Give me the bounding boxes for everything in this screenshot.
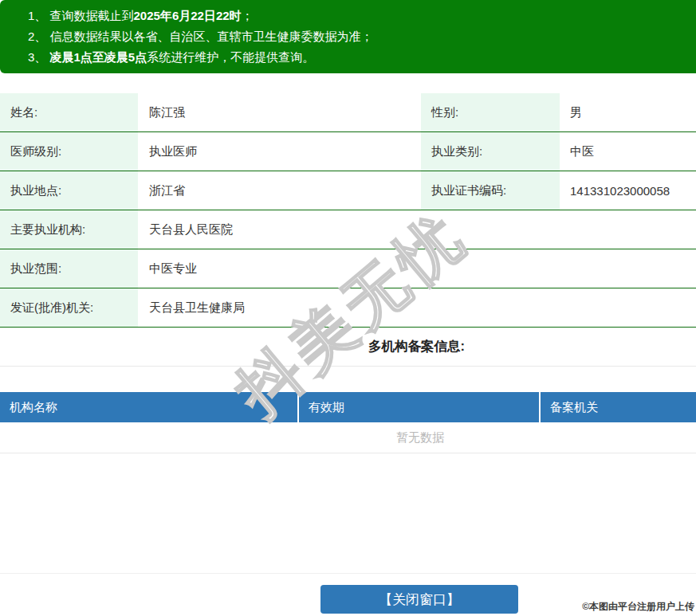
notice-line-3-text: 3、	[28, 50, 50, 64]
notice-line-1-suffix: ；	[242, 9, 254, 22]
info-row-location-certificate: 执业地点: 浙江省 执业证书编码: 141331023000058	[0, 171, 696, 210]
doctor-level-label: 医师级别:	[10, 144, 61, 159]
notice-line-2-text: 2、 信息数据结果以各省、自治区、直辖市卫生健康委数据为准；	[28, 29, 373, 43]
info-row-practice-scope: 执业范围: 中医专业	[0, 249, 696, 288]
doctor-info-table: 姓名: 陈江强 性别: 男 医师级别: 执业医师 执业类别: 中医 执业地点: …	[0, 93, 696, 367]
certificate-number-value: 141331023000058	[570, 171, 670, 210]
info-row-issuing-authority: 发证(批准)机关: 天台县卫生健康局	[0, 288, 696, 328]
name-label-cell: 姓名:	[0, 93, 138, 131]
gender-label: 性别:	[431, 105, 458, 120]
issuing-authority-value: 天台县卫生健康局	[149, 288, 245, 327]
notice-line-3-suffix: 系统进行维护，不能提供查询。	[147, 50, 314, 64]
filing-table-empty-row: 暂无数据	[0, 422, 696, 453]
practice-scope-value: 中医专业	[149, 249, 197, 288]
gender-label-cell: 性别:	[421, 93, 560, 131]
filing-header-validity-period: 有效期	[299, 392, 541, 422]
doctor-level-value: 执业医师	[149, 132, 197, 171]
info-row-level-category: 医师级别: 执业医师 执业类别: 中医	[0, 132, 696, 171]
practice-location-label-cell: 执业地点:	[0, 171, 138, 210]
multi-institution-section-title: 多机构备案信息:	[137, 328, 696, 366]
footer-divider	[0, 573, 696, 574]
practice-location-label: 执业地点:	[10, 183, 61, 198]
practice-category-value: 中医	[570, 132, 594, 171]
main-institution-label: 主要执业机构:	[10, 222, 85, 237]
name-value: 陈江强	[149, 93, 185, 131]
info-row-main-institution: 主要执业机构: 天台县人民医院	[0, 210, 696, 249]
notice-line-3-bold: 凌晨1点至凌晨5点	[50, 50, 147, 64]
notice-banner: 1、 查询数据截止到2025年6月22日22时； 2、 信息数据结果以各省、自治…	[0, 0, 696, 73]
notice-line-3: 3、 凌晨1点至凌晨5点系统进行维护，不能提供查询。	[28, 47, 688, 68]
notice-line-1-text: 1、 查询数据截止到	[28, 9, 134, 22]
main-institution-label-cell: 主要执业机构:	[0, 210, 138, 249]
filing-header-filing-authority: 备案机关	[541, 392, 696, 422]
doctor-query-result-page: 1、 查询数据截止到2025年6月22日22时； 2、 信息数据结果以各省、自治…	[0, 0, 696, 616]
issuing-authority-label: 发证(批准)机关:	[10, 300, 93, 316]
issuing-authority-label-cell: 发证(批准)机关:	[0, 288, 138, 327]
name-label: 姓名:	[10, 105, 37, 120]
practice-category-label-cell: 执业类别:	[421, 132, 560, 171]
doctor-level-label-cell: 医师级别:	[0, 132, 138, 171]
practice-scope-label-cell: 执业范围:	[0, 249, 138, 288]
upload-stamp-text: ©本图由平台注册用户上传	[582, 600, 694, 614]
main-institution-value: 天台县人民医院	[149, 210, 233, 249]
certificate-number-label-cell: 执业证书编码:	[421, 171, 560, 210]
gender-value: 男	[570, 93, 582, 131]
close-window-button[interactable]: 【关闭窗口】	[320, 585, 518, 614]
practice-scope-label: 执业范围:	[10, 261, 61, 277]
filing-header-institution-name: 机构名称	[0, 392, 299, 422]
notice-line-1-bold: 2025年6月22日22时	[134, 9, 242, 22]
practice-location-value: 浙江省	[149, 171, 185, 210]
filing-table-header: 机构名称 有效期 备案机关	[0, 392, 696, 422]
notice-line-1: 1、 查询数据截止到2025年6月22日22时；	[28, 6, 688, 26]
notice-line-2: 2、 信息数据结果以各省、自治区、直辖市卫生健康委数据为准；	[28, 26, 688, 47]
no-data-text: 暂无数据	[144, 422, 696, 453]
multi-institution-section-row: 多机构备案信息:	[0, 328, 696, 367]
practice-category-label: 执业类别:	[431, 144, 482, 159]
certificate-number-label: 执业证书编码:	[431, 183, 506, 198]
info-row-name-gender: 姓名: 陈江强 性别: 男	[0, 93, 696, 132]
